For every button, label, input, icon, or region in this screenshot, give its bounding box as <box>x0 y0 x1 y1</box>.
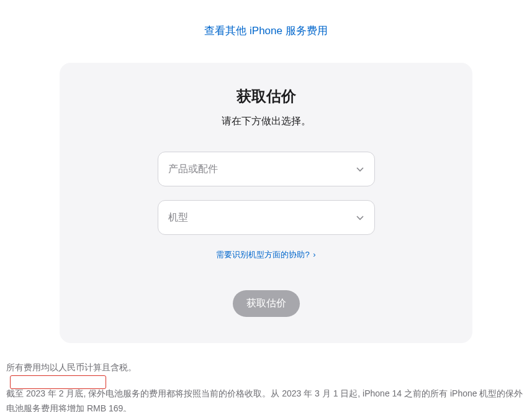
model-select-wrapper: 机型 <box>158 200 375 235</box>
product-select-wrapper: 产品或配件 <box>158 152 375 186</box>
get-estimate-button[interactable]: 获取估价 <box>233 290 300 317</box>
model-select[interactable]: 机型 <box>158 200 375 235</box>
help-link-label: 需要识别机型方面的协助? <box>216 250 309 259</box>
footer-note-price-change: 截至 2023 年 2 月底, 保外电池服务的费用都将按照当前的价格收取。从 2… <box>6 387 526 412</box>
product-select-placeholder: 产品或配件 <box>168 163 218 176</box>
chevron-right-icon: › <box>313 250 315 259</box>
model-select-placeholder: 机型 <box>168 211 188 224</box>
chevron-down-icon <box>356 165 364 173</box>
help-link-container: 需要识别机型方面的协助? › <box>72 249 460 260</box>
card-title: 获取估价 <box>72 86 460 106</box>
product-select[interactable]: 产品或配件 <box>158 152 375 186</box>
card-subtitle: 请在下方做出选择。 <box>72 115 460 128</box>
footer-note-currency: 所有费用均以人民币计算且含税。 <box>6 360 526 375</box>
other-services-link[interactable]: 查看其他 iPhone 服务费用 <box>204 25 327 37</box>
footer-text: 所有费用均以人民币计算且含税。 截至 2023 年 2 月底, 保外电池服务的费… <box>0 343 532 412</box>
identify-model-help-link[interactable]: 需要识别机型方面的协助? › <box>216 250 315 259</box>
estimate-card: 获取估价 请在下方做出选择。 产品或配件 机型 需要识别机型方面的协助? › <box>60 63 472 343</box>
submit-wrapper: 获取估价 <box>72 290 460 317</box>
chevron-down-icon <box>356 213 364 222</box>
top-link-container: 查看其他 iPhone 服务费用 <box>0 0 532 50</box>
